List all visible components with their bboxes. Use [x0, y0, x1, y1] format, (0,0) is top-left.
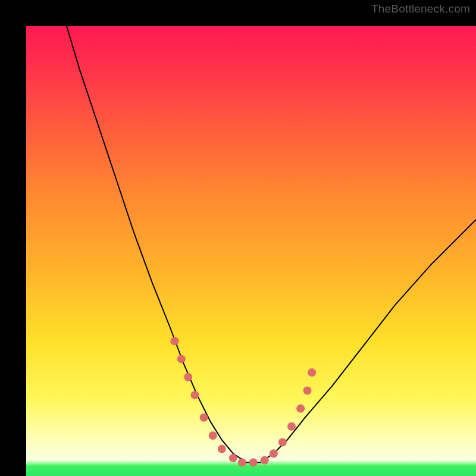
scatter-dot	[184, 373, 192, 381]
scatter-dot	[171, 337, 179, 345]
scatter-dot	[278, 438, 287, 446]
chart-frame	[0, 0, 476, 476]
scatter-dot	[261, 456, 269, 465]
watermark-text: TheBottleneck.com	[371, 2, 470, 15]
scatter-dot	[296, 405, 305, 413]
scatter-dot	[218, 445, 226, 453]
scatter-dot	[287, 422, 296, 431]
scatter-dot	[229, 454, 237, 462]
scatter-dot	[238, 458, 246, 466]
scatter-dot	[191, 391, 199, 399]
scatter-dot	[209, 431, 217, 440]
scatter-dot	[200, 414, 208, 422]
scatter-dot	[303, 386, 312, 394]
scatter-dot	[270, 449, 278, 458]
bottleneck-curve	[67, 26, 476, 462]
scatter-dot	[177, 355, 186, 363]
plot-area	[26, 26, 476, 476]
scatter-dot	[249, 458, 258, 466]
scatter-dot	[308, 368, 316, 377]
chart-svg	[26, 26, 476, 476]
scatter-dots	[171, 337, 317, 466]
